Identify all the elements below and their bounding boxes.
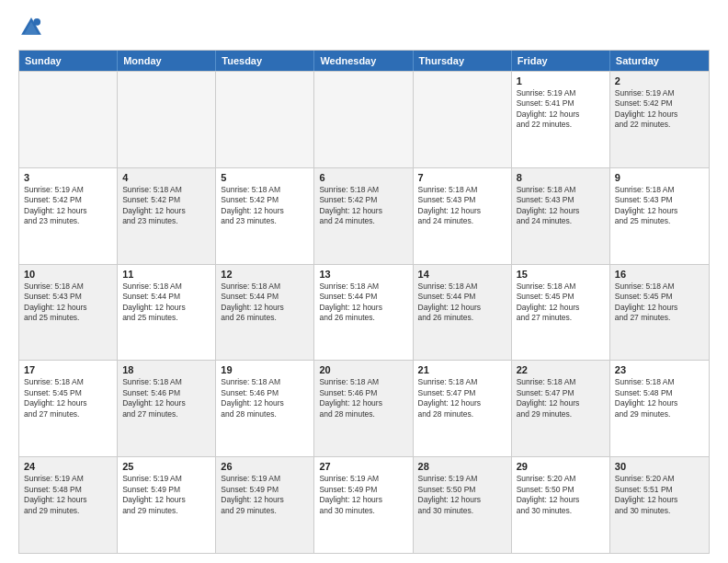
cal-cell-11: 11Sunrise: 5:18 AM Sunset: 5:44 PM Dayli… (118, 265, 216, 361)
day-info: Sunrise: 5:19 AM Sunset: 5:49 PM Dayligh… (122, 474, 210, 516)
day-info: Sunrise: 5:18 AM Sunset: 5:48 PM Dayligh… (615, 377, 704, 419)
cal-cell-8: 8Sunrise: 5:18 AM Sunset: 5:43 PM Daylig… (512, 168, 610, 264)
day-info: Sunrise: 5:18 AM Sunset: 5:47 PM Dayligh… (517, 377, 605, 419)
cal-cell-empty-2 (216, 72, 314, 167)
day-number: 11 (122, 269, 210, 280)
day-number: 2 (615, 75, 704, 86)
day-info: Sunrise: 5:19 AM Sunset: 5:49 PM Dayligh… (221, 474, 309, 516)
cal-row-2: 10Sunrise: 5:18 AM Sunset: 5:43 PM Dayli… (19, 264, 709, 361)
cal-cell-4: 4Sunrise: 5:18 AM Sunset: 5:42 PM Daylig… (118, 168, 216, 264)
day-number: 21 (418, 364, 506, 375)
cal-cell-28: 28Sunrise: 5:19 AM Sunset: 5:50 PM Dayli… (414, 457, 512, 553)
cal-cell-5: 5Sunrise: 5:18 AM Sunset: 5:42 PM Daylig… (216, 168, 314, 264)
day-number: 28 (418, 461, 506, 472)
cal-cell-empty-3 (314, 72, 413, 167)
cal-cell-empty-4 (414, 72, 512, 167)
cal-cell-7: 7Sunrise: 5:18 AM Sunset: 5:43 PM Daylig… (414, 168, 512, 264)
day-number: 24 (24, 461, 112, 472)
cal-cell-25: 25Sunrise: 5:19 AM Sunset: 5:49 PM Dayli… (118, 457, 216, 553)
cal-cell-23: 23Sunrise: 5:18 AM Sunset: 5:48 PM Dayli… (610, 361, 709, 456)
cal-cell-20: 20Sunrise: 5:18 AM Sunset: 5:46 PM Dayli… (314, 361, 413, 456)
header (18, 15, 710, 40)
header-day-saturday: Saturday (610, 51, 709, 71)
calendar: SundayMondayTuesdayWednesdayThursdayFrid… (18, 50, 710, 554)
day-number: 9 (615, 172, 704, 183)
day-info: Sunrise: 5:20 AM Sunset: 5:51 PM Dayligh… (615, 474, 704, 516)
day-number: 4 (122, 172, 210, 183)
cal-cell-12: 12Sunrise: 5:18 AM Sunset: 5:44 PM Dayli… (216, 265, 314, 361)
day-info: Sunrise: 5:19 AM Sunset: 5:50 PM Dayligh… (418, 474, 506, 516)
day-info: Sunrise: 5:18 AM Sunset: 5:42 PM Dayligh… (319, 185, 407, 227)
day-info: Sunrise: 5:18 AM Sunset: 5:43 PM Dayligh… (517, 185, 605, 227)
day-info: Sunrise: 5:18 AM Sunset: 5:44 PM Dayligh… (319, 282, 407, 324)
cal-cell-18: 18Sunrise: 5:18 AM Sunset: 5:46 PM Dayli… (118, 361, 216, 456)
header-day-monday: Monday (118, 51, 216, 71)
logo (18, 15, 48, 40)
day-number: 30 (615, 461, 704, 472)
cal-cell-17: 17Sunrise: 5:18 AM Sunset: 5:45 PM Dayli… (19, 361, 118, 456)
cal-cell-24: 24Sunrise: 5:19 AM Sunset: 5:48 PM Dayli… (19, 457, 118, 553)
day-number: 18 (122, 364, 210, 375)
day-info: Sunrise: 5:18 AM Sunset: 5:43 PM Dayligh… (418, 185, 506, 227)
cal-row-3: 17Sunrise: 5:18 AM Sunset: 5:45 PM Dayli… (19, 360, 709, 456)
day-number: 27 (319, 461, 407, 472)
day-info: Sunrise: 5:18 AM Sunset: 5:45 PM Dayligh… (615, 282, 704, 324)
day-number: 22 (517, 364, 605, 375)
cal-cell-27: 27Sunrise: 5:19 AM Sunset: 5:49 PM Dayli… (314, 457, 413, 553)
cal-cell-9: 9Sunrise: 5:18 AM Sunset: 5:43 PM Daylig… (610, 168, 709, 264)
day-info: Sunrise: 5:19 AM Sunset: 5:48 PM Dayligh… (24, 474, 112, 516)
cal-cell-30: 30Sunrise: 5:20 AM Sunset: 5:51 PM Dayli… (610, 457, 709, 553)
day-info: Sunrise: 5:18 AM Sunset: 5:47 PM Dayligh… (418, 377, 506, 419)
cal-cell-10: 10Sunrise: 5:18 AM Sunset: 5:43 PM Dayli… (19, 265, 118, 361)
cal-cell-19: 19Sunrise: 5:18 AM Sunset: 5:46 PM Dayli… (216, 361, 314, 456)
day-info: Sunrise: 5:19 AM Sunset: 5:42 PM Dayligh… (24, 185, 112, 227)
day-info: Sunrise: 5:18 AM Sunset: 5:42 PM Dayligh… (221, 185, 309, 227)
day-number: 12 (221, 269, 309, 280)
cal-cell-6: 6Sunrise: 5:18 AM Sunset: 5:42 PM Daylig… (314, 168, 413, 264)
day-number: 1 (517, 75, 605, 86)
cal-cell-14: 14Sunrise: 5:18 AM Sunset: 5:44 PM Dayli… (414, 265, 512, 361)
cal-cell-3: 3Sunrise: 5:19 AM Sunset: 5:42 PM Daylig… (19, 168, 118, 264)
cal-cell-22: 22Sunrise: 5:18 AM Sunset: 5:47 PM Dayli… (512, 361, 610, 456)
cal-cell-13: 13Sunrise: 5:18 AM Sunset: 5:44 PM Dayli… (314, 265, 413, 361)
header-day-thursday: Thursday (414, 51, 512, 71)
day-info: Sunrise: 5:19 AM Sunset: 5:49 PM Dayligh… (319, 474, 407, 516)
logo-icon (18, 15, 44, 40)
day-number: 3 (24, 172, 112, 183)
cal-cell-2: 2Sunrise: 5:19 AM Sunset: 5:42 PM Daylig… (610, 72, 709, 167)
day-info: Sunrise: 5:18 AM Sunset: 5:44 PM Dayligh… (418, 282, 506, 324)
day-info: Sunrise: 5:18 AM Sunset: 5:43 PM Dayligh… (24, 282, 112, 324)
day-number: 7 (418, 172, 506, 183)
day-number: 29 (517, 461, 605, 472)
cal-row-4: 24Sunrise: 5:19 AM Sunset: 5:48 PM Dayli… (19, 456, 709, 553)
header-day-wednesday: Wednesday (314, 51, 413, 71)
day-number: 10 (24, 269, 112, 280)
day-info: Sunrise: 5:19 AM Sunset: 5:41 PM Dayligh… (517, 88, 605, 131)
day-number: 14 (418, 269, 506, 280)
day-number: 16 (615, 269, 704, 280)
header-day-tuesday: Tuesday (216, 51, 314, 71)
day-number: 15 (517, 269, 605, 280)
day-info: Sunrise: 5:18 AM Sunset: 5:46 PM Dayligh… (319, 377, 407, 419)
cal-cell-16: 16Sunrise: 5:18 AM Sunset: 5:45 PM Dayli… (610, 265, 709, 361)
day-number: 19 (221, 364, 309, 375)
cal-cell-empty-1 (118, 72, 216, 167)
header-day-friday: Friday (512, 51, 610, 71)
day-number: 13 (319, 269, 407, 280)
calendar-header: SundayMondayTuesdayWednesdayThursdayFrid… (19, 51, 709, 71)
day-info: Sunrise: 5:18 AM Sunset: 5:46 PM Dayligh… (221, 377, 309, 419)
day-number: 6 (319, 172, 407, 183)
day-info: Sunrise: 5:18 AM Sunset: 5:44 PM Dayligh… (221, 282, 309, 324)
calendar-body: 1Sunrise: 5:19 AM Sunset: 5:41 PM Daylig… (19, 71, 709, 553)
day-number: 26 (221, 461, 309, 472)
day-number: 5 (221, 172, 309, 183)
cal-row-0: 1Sunrise: 5:19 AM Sunset: 5:41 PM Daylig… (19, 71, 709, 167)
day-number: 20 (319, 364, 407, 375)
day-info: Sunrise: 5:18 AM Sunset: 5:42 PM Dayligh… (122, 185, 210, 227)
day-info: Sunrise: 5:19 AM Sunset: 5:42 PM Dayligh… (615, 88, 704, 131)
svg-point-2 (33, 18, 40, 26)
day-number: 23 (615, 364, 704, 375)
day-number: 25 (122, 461, 210, 472)
day-info: Sunrise: 5:20 AM Sunset: 5:50 PM Dayligh… (517, 474, 605, 516)
day-info: Sunrise: 5:18 AM Sunset: 5:45 PM Dayligh… (24, 377, 112, 419)
